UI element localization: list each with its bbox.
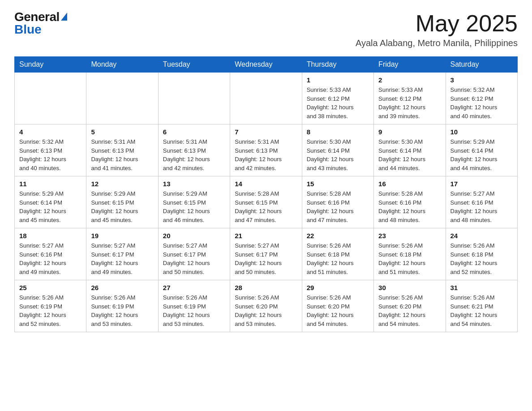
day-number: 30	[378, 284, 441, 291]
day-number: 27	[163, 284, 225, 291]
day-number: 31	[450, 284, 513, 291]
calendar-header-sunday: Sunday	[15, 57, 86, 73]
day-info: Sunrise: 5:26 AM Sunset: 6:19 PM Dayligh…	[91, 293, 153, 328]
day-info: Sunrise: 5:27 AM Sunset: 6:16 PM Dayligh…	[19, 241, 82, 276]
day-number: 23	[378, 232, 441, 240]
calendar-cell: 1Sunrise: 5:33 AM Sunset: 6:12 PM Daylig…	[302, 73, 373, 124]
day-number: 17	[450, 180, 513, 188]
title-block: May 2025 Ayala Alabang, Metro Manila, Ph…	[356, 11, 518, 48]
calendar-cell: 21Sunrise: 5:27 AM Sunset: 6:17 PM Dayli…	[230, 228, 302, 280]
day-number: 1	[307, 76, 369, 84]
day-number: 8	[307, 128, 369, 136]
calendar-cell	[230, 73, 302, 124]
calendar-cell: 3Sunrise: 5:32 AM Sunset: 6:12 PM Daylig…	[446, 73, 517, 124]
calendar-header-row: SundayMondayTuesdayWednesdayThursdayFrid…	[15, 57, 518, 73]
day-info: Sunrise: 5:29 AM Sunset: 6:14 PM Dayligh…	[450, 137, 513, 172]
calendar-week-row: 18Sunrise: 5:27 AM Sunset: 6:16 PM Dayli…	[15, 228, 518, 280]
calendar-cell: 15Sunrise: 5:28 AM Sunset: 6:16 PM Dayli…	[302, 176, 373, 228]
day-info: Sunrise: 5:31 AM Sunset: 6:13 PM Dayligh…	[91, 137, 153, 172]
day-info: Sunrise: 5:26 AM Sunset: 6:21 PM Dayligh…	[450, 293, 513, 328]
calendar-header-tuesday: Tuesday	[158, 57, 230, 73]
calendar-cell: 28Sunrise: 5:26 AM Sunset: 6:20 PM Dayli…	[230, 280, 302, 332]
day-number: 5	[91, 128, 153, 136]
day-info: Sunrise: 5:26 AM Sunset: 6:19 PM Dayligh…	[163, 293, 225, 328]
calendar-cell: 17Sunrise: 5:27 AM Sunset: 6:16 PM Dayli…	[446, 176, 517, 228]
calendar-cell: 25Sunrise: 5:26 AM Sunset: 6:19 PM Dayli…	[15, 280, 86, 332]
logo-general-text: General	[14, 11, 60, 23]
day-number: 11	[19, 180, 82, 188]
calendar-cell: 11Sunrise: 5:29 AM Sunset: 6:14 PM Dayli…	[15, 176, 86, 228]
day-info: Sunrise: 5:30 AM Sunset: 6:14 PM Dayligh…	[307, 137, 369, 172]
day-number: 9	[378, 128, 441, 136]
day-number: 20	[163, 232, 225, 240]
day-number: 7	[235, 128, 297, 136]
day-number: 16	[378, 180, 441, 188]
day-number: 10	[450, 128, 513, 136]
day-info: Sunrise: 5:28 AM Sunset: 6:16 PM Dayligh…	[307, 189, 369, 224]
day-info: Sunrise: 5:33 AM Sunset: 6:12 PM Dayligh…	[307, 86, 369, 120]
day-info: Sunrise: 5:32 AM Sunset: 6:13 PM Dayligh…	[19, 137, 82, 172]
month-year-title: May 2025	[356, 11, 518, 36]
day-info: Sunrise: 5:27 AM Sunset: 6:17 PM Dayligh…	[91, 241, 153, 276]
day-number: 13	[163, 180, 225, 188]
day-number: 18	[19, 232, 82, 240]
day-info: Sunrise: 5:26 AM Sunset: 6:18 PM Dayligh…	[450, 241, 513, 276]
day-info: Sunrise: 5:26 AM Sunset: 6:20 PM Dayligh…	[378, 293, 441, 328]
day-number: 22	[307, 232, 369, 240]
calendar-week-row: 4Sunrise: 5:32 AM Sunset: 6:13 PM Daylig…	[15, 124, 518, 176]
day-number: 2	[378, 76, 441, 84]
day-number: 28	[235, 284, 297, 291]
calendar-cell: 4Sunrise: 5:32 AM Sunset: 6:13 PM Daylig…	[15, 124, 86, 176]
day-info: Sunrise: 5:29 AM Sunset: 6:14 PM Dayligh…	[19, 189, 82, 224]
calendar-cell: 14Sunrise: 5:28 AM Sunset: 6:15 PM Dayli…	[230, 176, 302, 228]
day-number: 29	[307, 284, 369, 291]
day-info: Sunrise: 5:26 AM Sunset: 6:20 PM Dayligh…	[307, 293, 369, 328]
logo-triangle-icon	[61, 13, 67, 21]
logo: General Blue	[14, 11, 67, 36]
calendar-cell: 27Sunrise: 5:26 AM Sunset: 6:19 PM Dayli…	[158, 280, 230, 332]
day-info: Sunrise: 5:29 AM Sunset: 6:15 PM Dayligh…	[163, 189, 225, 224]
calendar-cell: 24Sunrise: 5:26 AM Sunset: 6:18 PM Dayli…	[446, 228, 517, 280]
calendar-cell: 29Sunrise: 5:26 AM Sunset: 6:20 PM Dayli…	[302, 280, 373, 332]
calendar-cell: 22Sunrise: 5:26 AM Sunset: 6:18 PM Dayli…	[302, 228, 373, 280]
calendar-header-friday: Friday	[374, 57, 446, 73]
calendar-cell: 2Sunrise: 5:33 AM Sunset: 6:12 PM Daylig…	[374, 73, 446, 124]
calendar-week-row: 25Sunrise: 5:26 AM Sunset: 6:19 PM Dayli…	[15, 280, 518, 332]
day-info: Sunrise: 5:26 AM Sunset: 6:19 PM Dayligh…	[19, 293, 82, 328]
day-number: 4	[19, 128, 82, 136]
calendar-header-saturday: Saturday	[446, 57, 517, 73]
day-number: 26	[91, 284, 153, 291]
calendar-week-row: 1Sunrise: 5:33 AM Sunset: 6:12 PM Daylig…	[15, 73, 518, 124]
day-info: Sunrise: 5:27 AM Sunset: 6:17 PM Dayligh…	[235, 241, 297, 276]
calendar-cell: 26Sunrise: 5:26 AM Sunset: 6:19 PM Dayli…	[86, 280, 158, 332]
calendar-cell: 30Sunrise: 5:26 AM Sunset: 6:20 PM Dayli…	[374, 280, 446, 332]
day-info: Sunrise: 5:31 AM Sunset: 6:13 PM Dayligh…	[235, 137, 297, 172]
calendar-week-row: 11Sunrise: 5:29 AM Sunset: 6:14 PM Dayli…	[15, 176, 518, 228]
day-info: Sunrise: 5:28 AM Sunset: 6:15 PM Dayligh…	[235, 189, 297, 224]
day-info: Sunrise: 5:27 AM Sunset: 6:16 PM Dayligh…	[450, 189, 513, 224]
page-header: General Blue May 2025 Ayala Alabang, Met…	[14, 11, 518, 48]
day-number: 6	[163, 128, 225, 136]
day-number: 21	[235, 232, 297, 240]
calendar-header-monday: Monday	[86, 57, 158, 73]
calendar-header-thursday: Thursday	[302, 57, 373, 73]
location-title: Ayala Alabang, Metro Manila, Philippines	[356, 38, 518, 48]
day-info: Sunrise: 5:30 AM Sunset: 6:14 PM Dayligh…	[378, 137, 441, 172]
calendar-table: SundayMondayTuesdayWednesdayThursdayFrid…	[14, 56, 518, 332]
calendar-cell: 16Sunrise: 5:28 AM Sunset: 6:16 PM Dayli…	[374, 176, 446, 228]
calendar-cell	[86, 73, 158, 124]
calendar-cell: 13Sunrise: 5:29 AM Sunset: 6:15 PM Dayli…	[158, 176, 230, 228]
day-number: 12	[91, 180, 153, 188]
day-number: 19	[91, 232, 153, 240]
calendar-cell: 31Sunrise: 5:26 AM Sunset: 6:21 PM Dayli…	[446, 280, 517, 332]
calendar-cell: 23Sunrise: 5:26 AM Sunset: 6:18 PM Dayli…	[374, 228, 446, 280]
day-info: Sunrise: 5:33 AM Sunset: 6:12 PM Dayligh…	[378, 86, 441, 120]
calendar-header-wednesday: Wednesday	[230, 57, 302, 73]
calendar-cell: 20Sunrise: 5:27 AM Sunset: 6:17 PM Dayli…	[158, 228, 230, 280]
calendar-cell: 10Sunrise: 5:29 AM Sunset: 6:14 PM Dayli…	[446, 124, 517, 176]
calendar-cell: 8Sunrise: 5:30 AM Sunset: 6:14 PM Daylig…	[302, 124, 373, 176]
day-info: Sunrise: 5:32 AM Sunset: 6:12 PM Dayligh…	[450, 86, 513, 120]
calendar-cell: 6Sunrise: 5:31 AM Sunset: 6:13 PM Daylig…	[158, 124, 230, 176]
day-number: 14	[235, 180, 297, 188]
calendar-cell: 19Sunrise: 5:27 AM Sunset: 6:17 PM Dayli…	[86, 228, 158, 280]
